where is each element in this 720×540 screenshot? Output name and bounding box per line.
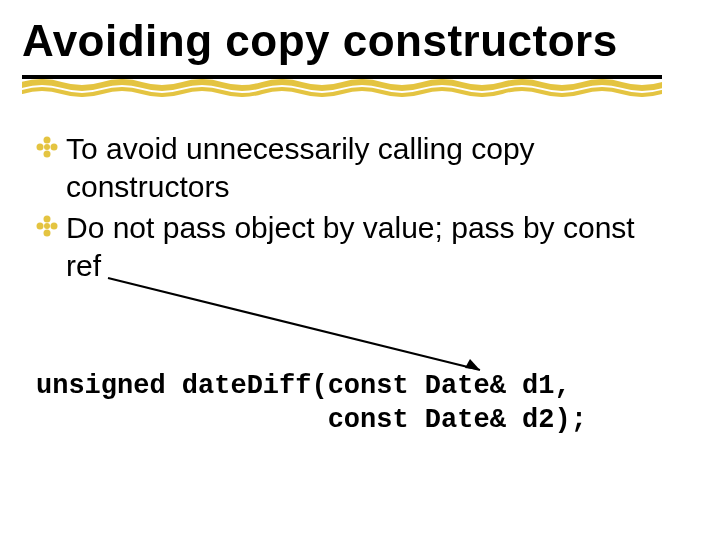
- svg-point-8: [51, 223, 58, 230]
- svg-point-4: [44, 144, 50, 150]
- bullet-item: To avoid unnecessarily calling copy cons…: [36, 130, 676, 205]
- title-block: Avoiding copy constructors: [22, 18, 698, 64]
- svg-point-1: [44, 151, 51, 158]
- slide: Avoiding copy constructors To avoid unne…: [0, 0, 720, 540]
- flower-bullet-icon: [36, 215, 58, 237]
- svg-point-7: [37, 223, 44, 230]
- bullet-item: Do not pass object by value; pass by con…: [36, 209, 676, 284]
- bullet-text: Do not pass object by value; pass by con…: [66, 211, 635, 282]
- svg-point-6: [44, 230, 51, 237]
- body-content: To avoid unnecessarily calling copy cons…: [36, 130, 676, 288]
- flower-bullet-icon: [36, 136, 58, 158]
- svg-point-3: [51, 144, 58, 151]
- svg-point-2: [37, 144, 44, 151]
- svg-marker-11: [465, 359, 480, 370]
- slide-title: Avoiding copy constructors: [22, 18, 698, 64]
- svg-line-10: [108, 278, 480, 370]
- code-snippet: unsigned dateDiff(const Date& d1, const …: [36, 370, 696, 438]
- svg-point-5: [44, 216, 51, 223]
- title-underline-scribble: [22, 79, 662, 97]
- svg-point-0: [44, 137, 51, 144]
- svg-point-9: [44, 223, 50, 229]
- bullet-text: To avoid unnecessarily calling copy cons…: [66, 132, 535, 203]
